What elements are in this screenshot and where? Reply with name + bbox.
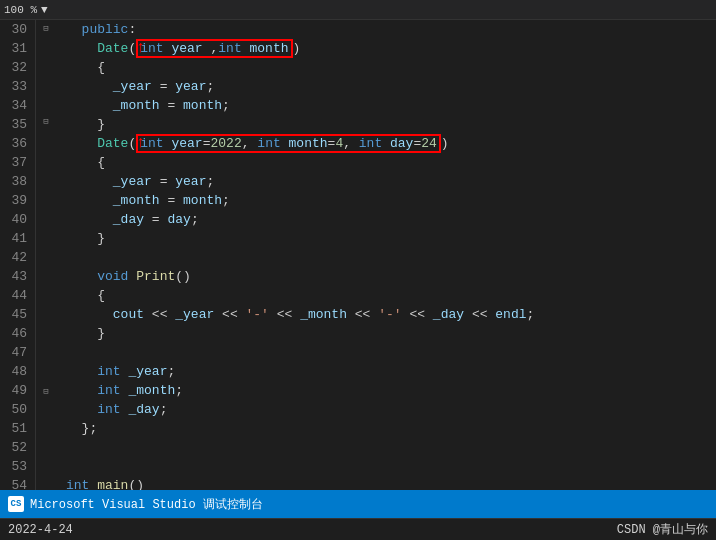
- code-line-48: int _year;: [66, 362, 716, 381]
- code-lines: public: Date(int year ,int month) ↑ { _y…: [56, 20, 716, 490]
- zoom-bar: 100 % ▼: [0, 0, 716, 20]
- fold-icon-31[interactable]: ⊟: [43, 20, 48, 39]
- code-line-44: {: [66, 286, 716, 305]
- code-text: _year = year;: [66, 172, 214, 191]
- code-line-35: }: [66, 115, 716, 134]
- code-line-50: int _day;: [66, 400, 716, 419]
- code-text: int _day;: [66, 400, 167, 419]
- code-text: public:: [66, 20, 136, 39]
- code-line-47: [66, 343, 716, 362]
- code-text: _year = year;: [66, 77, 214, 96]
- folding-column: ⊟ ⊟ ⊟: [36, 20, 56, 490]
- vs-bottom-bar: CS Microsoft Visual Studio 调试控制台: [0, 490, 716, 518]
- code-text: int _year;: [66, 362, 175, 381]
- editor-area: 100 % ▼ 30 31 32 33 34 35 36 37 38 39 40…: [0, 0, 716, 490]
- vs-icon-label: CS: [11, 499, 22, 509]
- code-line-34: _month = month;: [66, 96, 716, 115]
- code-text: int main(): [66, 476, 144, 490]
- code-line-39: _month = month;: [66, 191, 716, 210]
- code-text: cout << _year << '-' << _month << '-' <<…: [66, 305, 534, 324]
- code-text: };: [66, 419, 97, 438]
- vs-info: CS Microsoft Visual Studio 调试控制台: [8, 496, 263, 513]
- code-text: Date(int year=2022, int month=4, int day…: [66, 134, 449, 153]
- status-bar: 2022-4-24 CSDN @青山与你: [0, 518, 716, 540]
- code-line-31: Date(int year ,int month) ↑: [66, 39, 716, 58]
- code-text: }: [66, 324, 105, 343]
- code-text: }: [66, 115, 105, 134]
- code-text: int _month;: [66, 381, 183, 400]
- code-text: Date(int year ,int month): [66, 39, 300, 58]
- code-line-49: int _month;: [66, 381, 716, 400]
- code-line-54: int main(): [66, 476, 716, 490]
- code-line-33: _year = year;: [66, 77, 716, 96]
- zoom-arrow[interactable]: ▼: [41, 4, 48, 16]
- code-text: {: [66, 286, 105, 305]
- fold-icon-54[interactable]: ⊟: [43, 383, 48, 402]
- code-text: {: [66, 58, 105, 77]
- code-text: {: [66, 153, 105, 172]
- code-line-52: [66, 438, 716, 457]
- arrow-icon-31: ↑: [136, 39, 146, 58]
- code-line-41: }: [66, 229, 716, 248]
- code-line-37: {: [66, 153, 716, 172]
- status-brand: CSDN @青山与你: [617, 521, 708, 538]
- code-text: _month = month;: [66, 191, 230, 210]
- code-line-46: }: [66, 324, 716, 343]
- code-line-43: void Print(): [66, 267, 716, 286]
- code-line-42: [66, 248, 716, 267]
- vs-icon: CS: [8, 496, 24, 512]
- arrow-icon-36: ↑: [136, 134, 146, 153]
- code-text: _day = day;: [66, 210, 199, 229]
- code-line-38: _year = year;: [66, 172, 716, 191]
- code-line-53: [66, 457, 716, 476]
- code-line-36: Date(int year=2022, int month=4, int day…: [66, 134, 716, 153]
- code-container: 30 31 32 33 34 35 36 37 38 39 40 41 42 4…: [0, 20, 716, 490]
- fold-icon-36[interactable]: ⊟: [43, 113, 48, 132]
- code-line-51: };: [66, 419, 716, 438]
- vs-title: Microsoft Visual Studio 调试控制台: [30, 496, 263, 513]
- status-date: 2022-4-24: [8, 523, 73, 537]
- line-numbers: 30 31 32 33 34 35 36 37 38 39 40 41 42 4…: [0, 20, 36, 490]
- code-text: _month = month;: [66, 96, 230, 115]
- code-line-30: public:: [66, 20, 716, 39]
- code-text: void Print(): [66, 267, 191, 286]
- zoom-level: 100 %: [4, 4, 37, 16]
- code-line-32: {: [66, 58, 716, 77]
- code-text: }: [66, 229, 105, 248]
- code-line-40: _day = day;: [66, 210, 716, 229]
- code-line-45: cout << _year << '-' << _month << '-' <<…: [66, 305, 716, 324]
